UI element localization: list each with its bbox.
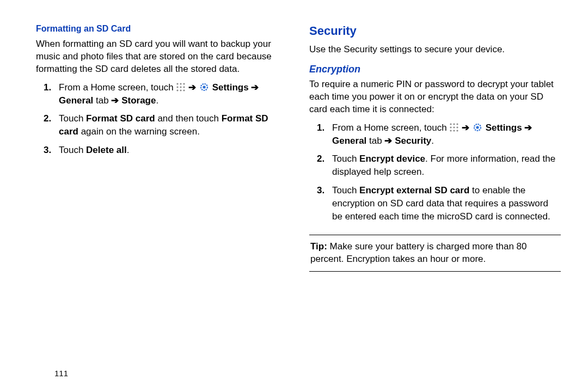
arrow-icon: ➔ <box>111 95 119 106</box>
left-step-2: Touch Format SD card and then touch Form… <box>59 112 287 138</box>
manual-page: Formatting an SD Card When formatting an… <box>0 0 588 392</box>
svg-point-1 <box>180 83 182 84</box>
step2-mid: and then touch <box>155 113 222 124</box>
svg-point-21 <box>476 126 479 128</box>
step3-bold1: Delete all <box>86 145 127 155</box>
tip-text: Tip: Make sure your battery is charged m… <box>310 241 560 266</box>
step2-bold1: Format SD card <box>86 113 155 124</box>
svg-point-15 <box>454 126 455 128</box>
svg-point-16 <box>457 126 458 128</box>
rstep1-pretext: From a Home screen, touch <box>332 122 449 133</box>
period: . <box>431 136 434 146</box>
svg-point-2 <box>183 83 185 84</box>
arrow-icon: ➔ <box>384 136 392 146</box>
apps-grid-icon <box>449 122 459 132</box>
left-step-1: From a Home screen, touch ➔ Settings ➔ G… <box>59 81 287 107</box>
left-step-3: Touch Delete all. <box>59 144 287 157</box>
encryption-intro: To require a numeric PIN or password to … <box>309 78 561 116</box>
tab-word: tab <box>369 136 384 146</box>
svg-point-17 <box>450 130 452 131</box>
svg-point-12 <box>454 123 455 125</box>
step3-pre: Touch <box>59 145 86 155</box>
rstep2-bold1: Encrypt device <box>359 154 425 164</box>
right-step-3: Touch Encrypt external SD card to enable… <box>332 184 561 223</box>
arrow-icon: ➔ <box>188 82 196 93</box>
heading-formatting-sd: Formatting an SD Card <box>36 24 287 34</box>
right-step-2: Touch Encrypt device. For more informati… <box>332 152 561 179</box>
period: . <box>156 95 158 106</box>
tip-box: Tip: Make sure your battery is charged m… <box>309 235 561 272</box>
storage-label: Storage <box>121 95 156 106</box>
rstep3-bold1: Encrypt external SD card <box>359 185 469 195</box>
svg-point-0 <box>177 83 179 84</box>
svg-point-14 <box>450 126 452 128</box>
right-column: Security Use the Security settings to se… <box>304 24 561 381</box>
rstep2-pre: Touch <box>332 154 359 164</box>
step2-pre: Touch <box>59 113 86 124</box>
settings-gear-icon <box>472 122 483 133</box>
tab-word: tab <box>96 95 111 106</box>
svg-point-4 <box>180 86 182 88</box>
page-number: 111 <box>54 369 68 378</box>
svg-point-7 <box>180 89 182 91</box>
security-intro: Use the Security settings to secure your… <box>309 44 561 56</box>
svg-point-5 <box>183 86 185 88</box>
svg-point-13 <box>457 123 458 125</box>
svg-point-10 <box>203 85 205 88</box>
security-label: Security <box>395 136 431 146</box>
rstep3-pre: Touch <box>332 185 359 195</box>
svg-point-19 <box>457 130 458 131</box>
arrow-icon: ➔ <box>462 122 469 133</box>
left-steps: From a Home screen, touch ➔ Settings ➔ G… <box>36 81 287 157</box>
apps-grid-icon <box>176 82 186 92</box>
step1-pretext: From a Home screen, touch <box>59 82 176 93</box>
svg-point-6 <box>177 89 179 91</box>
heading-encryption: Encryption <box>309 64 561 75</box>
step2-post: again on the warning screen. <box>78 126 200 137</box>
right-step-1: From a Home screen, touch ➔ Settings ➔ G… <box>332 121 561 148</box>
tip-body: Make sure your battery is charged more t… <box>310 241 527 264</box>
heading-security: Security <box>309 24 561 38</box>
left-column: Formatting an SD Card When formatting an… <box>36 24 304 381</box>
tip-label: Tip: <box>310 241 327 252</box>
svg-point-11 <box>450 123 452 125</box>
settings-gear-icon <box>199 82 210 93</box>
right-steps: From a Home screen, touch ➔ Settings ➔ G… <box>309 121 561 223</box>
svg-point-18 <box>454 130 455 131</box>
step3-post: . <box>127 145 130 155</box>
svg-point-3 <box>177 86 179 88</box>
svg-point-8 <box>183 89 185 91</box>
intro-left: When formatting an SD card you will want… <box>36 38 287 76</box>
